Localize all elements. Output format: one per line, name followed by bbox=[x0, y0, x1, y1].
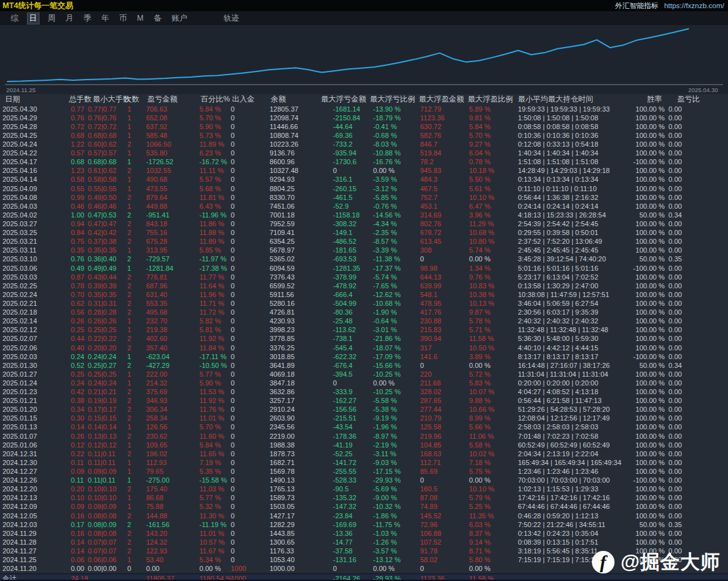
cell-max-floating-loss-pct: -1.26 % bbox=[373, 538, 420, 547]
cell-percent: 11.77 % bbox=[199, 273, 231, 281]
table-row[interactable]: 2025.02.240.700.35|0.352631.4011.96 %059… bbox=[0, 290, 728, 299]
menu-item-账户[interactable]: 账户 bbox=[169, 13, 189, 24]
table-row[interactable]: 2025.02.250.780.39|0.392687.9611.64 %065… bbox=[0, 281, 728, 290]
table-row[interactable]: 2025.01.150.300.15|0.152258.3411.01 %026… bbox=[0, 414, 728, 423]
brand-url-link[interactable]: https://fxznzb.com/ bbox=[664, 2, 724, 9]
menu-item-币[interactable]: 币 bbox=[117, 13, 129, 24]
cell-max-floating-loss: -37.58 bbox=[333, 547, 373, 555]
table-row[interactable]: 2025.04.080.990.49|0.502879.6411.81 %083… bbox=[0, 193, 728, 202]
cell-deposit: 0 bbox=[231, 379, 270, 387]
cell-deposit: 0 bbox=[231, 485, 270, 493]
cell-date: 2025.01.21 bbox=[3, 397, 71, 405]
table-row[interactable]: 2024.12.030.170.08|0.092-161.56-11.19 %0… bbox=[0, 520, 728, 529]
cell-max-floating-profit: 91.78 bbox=[420, 547, 469, 555]
cell-date: 2025.04.16 bbox=[3, 167, 71, 175]
table-row[interactable]: 2025.02.180.560.28|0.282495.6811.72 %047… bbox=[0, 308, 728, 317]
cell-trades: 1 bbox=[127, 494, 146, 502]
cell-balance: 4726.81 bbox=[270, 308, 333, 317]
table-row[interactable]: 2025.04.300.770.77|0.771706.635.84 %0128… bbox=[0, 105, 728, 113]
table-row[interactable]: 2025.01.230.420.21|0.212375.6911.53 %036… bbox=[0, 388, 728, 397]
cell-max-floating-profit: 219.96 bbox=[420, 432, 469, 441]
table-row[interactable]: 2024.12.130.100.10|0.10186.685.77 %01589… bbox=[0, 494, 728, 503]
menu-item-M[interactable]: M bbox=[135, 13, 145, 23]
table-row[interactable]: 2025.04.161.230.61|0.6221032.5511.11 %01… bbox=[0, 167, 728, 175]
cell-minmax-lots: 0.15|0.15 bbox=[88, 414, 127, 422]
table-row[interactable]: 2025.03.270.940.47|0.472843.1811.86 %079… bbox=[0, 219, 728, 228]
table-row[interactable]: 2024.12.200.200.10|0.102175.4011.03 %017… bbox=[0, 485, 728, 494]
table-row[interactable]: 2025.01.200.340.17|0.172306.3411.76 %029… bbox=[0, 406, 728, 414]
cell-minmax-lots: 0.09|0.09 bbox=[88, 468, 127, 476]
table-row[interactable]: 2025.02.060.400.20|0.202357.4011.84 %033… bbox=[0, 343, 728, 352]
table-row[interactable]: 2025.03.060.490.49|0.491-1281.84-17.38 %… bbox=[0, 264, 728, 273]
menu-item-轨迹[interactable]: 轨迹 bbox=[221, 13, 241, 24]
table-row[interactable]: 2025.01.240.240.24|0.241214.325.90 %0384… bbox=[0, 379, 728, 387]
cell-max-floating-profit: 112.71 bbox=[420, 459, 469, 467]
table-row[interactable]: 2024.11.290.160.08|0.082143.2011.01 %014… bbox=[0, 529, 728, 538]
cell-hold-time: 0:56:44 | 1:36:38 | 2:16:32 bbox=[518, 194, 632, 202]
table-row[interactable]: 2025.03.100.760.36|0.402-729.57-11.97 %0… bbox=[0, 255, 728, 264]
table-row[interactable]: 2025.01.070.260.13|0.132230.6211.60 %022… bbox=[0, 432, 728, 441]
cell-balance: 5911.56 bbox=[270, 291, 333, 299]
table-row[interactable]: 2024.12.050.160.08|0.082144.8811.30 %014… bbox=[0, 511, 728, 520]
table-row[interactable]: 2025.04.241.220.60|0.6221066.5011.89 %01… bbox=[0, 140, 728, 149]
cell-max-floating-loss-pct: -17.37 % bbox=[373, 264, 420, 273]
cell-max-floating-profit-pct: 10.38 % bbox=[469, 291, 518, 299]
table-row[interactable]: 2025.01.270.250.25|0.251222.005.77 %0406… bbox=[0, 370, 728, 379]
table-row[interactable]: 2025.02.120.250.25|0.251219.385.81 %0399… bbox=[0, 326, 728, 335]
table-row[interactable]: 2024.12.270.090.09|0.09179.655.35 %01569… bbox=[0, 467, 728, 476]
cell-max-floating-loss: -13.36 bbox=[333, 530, 373, 538]
table-row[interactable]: 2025.01.300.520.25|0.272-427.29-10.50 %0… bbox=[0, 361, 728, 370]
menu-item-季[interactable]: 季 bbox=[82, 13, 93, 24]
equity-line bbox=[8, 29, 688, 81]
equity-chart[interactable]: 2024.11.25 2025.04.30 bbox=[0, 25, 728, 94]
menu-item-综[interactable]: 综 bbox=[9, 13, 21, 24]
cell-max-floating-profit: 85.69 bbox=[420, 468, 469, 476]
table-row[interactable]: 2025.03.250.840.42|0.422755.1611.88 %071… bbox=[0, 229, 728, 238]
cell-total-lots: 1.00 bbox=[71, 211, 88, 219]
cell-percent: 11.92 % bbox=[199, 335, 231, 343]
cell-trades: 1 bbox=[127, 459, 146, 467]
table-row[interactable]: 2025.01.060.120.12|0.121109.655.84 %0198… bbox=[0, 441, 728, 449]
table-row[interactable]: 2024.11.280.140.07|0.072124.3210.57 %013… bbox=[0, 538, 728, 547]
table-row[interactable]: 2025.04.280.720.72|0.721637.925.90 %0114… bbox=[0, 122, 728, 131]
table-row[interactable]: 2025.04.170.680.68|0.681-1726.52-16.72 %… bbox=[0, 158, 728, 167]
table-row[interactable]: 2025.04.250.680.68|0.681585.485.73 %0108… bbox=[0, 131, 728, 140]
table-row[interactable]: 2024.12.300.110.11|0.111112.937.19 %0168… bbox=[0, 458, 728, 467]
menu-item-周[interactable]: 周 bbox=[46, 13, 58, 24]
table-row[interactable]: 2025.03.030.870.43|0.442776.8111.77 %073… bbox=[0, 273, 728, 281]
cell-max-floating-loss: -693.53 bbox=[333, 255, 373, 263]
table-row[interactable]: 2025.04.030.460.46|0.461449.886.43 %0745… bbox=[0, 202, 728, 211]
table-row[interactable]: 2025.04.220.570.57|0.571535.806.23 %0913… bbox=[0, 149, 728, 158]
table-row[interactable]: 2025.04.090.550.55|0.551473.555.68 %0880… bbox=[0, 184, 728, 193]
cell-total-lots: 0.11 bbox=[71, 459, 88, 467]
cell-deposit: 0 bbox=[231, 503, 270, 511]
cell-trades: 1 bbox=[127, 353, 146, 361]
menu-item-日[interactable]: 日 bbox=[27, 13, 40, 24]
table-row[interactable]: 2025.01.210.380.19|0.192346.9311.92 %032… bbox=[0, 397, 728, 406]
cell-max-floating-loss: -333.9 bbox=[333, 388, 373, 396]
cell-hold-time: 0:20:00 | 0:20:00 | 0:20:00 bbox=[518, 379, 632, 387]
menu-item-年[interactable]: 年 bbox=[100, 13, 112, 24]
cell-pl-ratio: 0.00 bbox=[668, 123, 728, 131]
table-row[interactable]: 2025.01.130.140.14|0.141126.565.70 %0234… bbox=[0, 423, 728, 432]
table-row[interactable]: 2025.04.140.580.58|0.581490.685.57 %0929… bbox=[0, 175, 728, 184]
cell-deposit: 0 bbox=[231, 538, 270, 547]
table-row[interactable]: 2025.04.021.000.47|0.532-951.41-11.96 %0… bbox=[0, 211, 728, 219]
cell-win-rate: 100.00 % bbox=[632, 317, 668, 325]
cell-balance: 2603.90 bbox=[270, 414, 333, 422]
table-row[interactable]: 2025.02.070.440.22|0.222402.6011.92 %037… bbox=[0, 335, 728, 343]
table-row[interactable]: 2025.02.210.620.31|0.312553.3511.71 %052… bbox=[0, 299, 728, 308]
table-row[interactable]: 2025.02.030.240.24|0.241-623.04-17.11 %0… bbox=[0, 352, 728, 361]
table-row[interactable]: 2025.02.140.260.26|0.261232.705.82 %0423… bbox=[0, 317, 728, 326]
table-row[interactable]: 2024.12.260.110.11|0.111-275.00-15.58 %0… bbox=[0, 476, 728, 485]
table-row[interactable]: 2024.12.310.220.11|0.112196.0211.65 %018… bbox=[0, 449, 728, 458]
cell-max-floating-loss-pct: -16.76 % bbox=[373, 158, 420, 166]
table-row[interactable]: 2025.03.110.350.35|0.351313.955.85 %0567… bbox=[0, 246, 728, 255]
table-row[interactable]: 2025.04.290.760.76|0.761652.085.70 %0120… bbox=[0, 113, 728, 122]
table-row[interactable]: 2025.03.210.750.37|0.382675.2811.89 %063… bbox=[0, 238, 728, 246]
menu-item-备[interactable]: 备 bbox=[152, 13, 164, 24]
table-row[interactable]: 2024.12.090.090.09|0.09175.885.32 %01503… bbox=[0, 503, 728, 511]
menu-item-月[interactable]: 月 bbox=[64, 13, 76, 24]
cell-percent: 11.67 % bbox=[199, 547, 231, 555]
cell-profit: -1281.84 bbox=[146, 264, 199, 273]
